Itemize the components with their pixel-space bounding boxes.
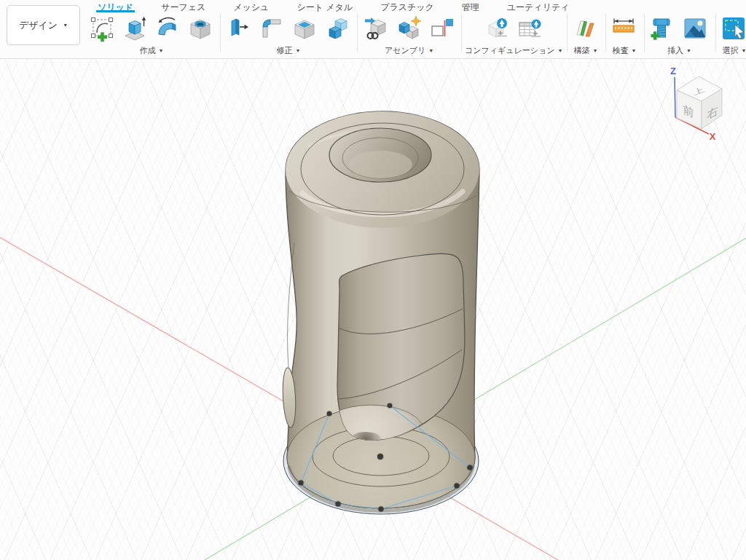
group-create: 作成 ▼: [83, 12, 220, 58]
combine-icon: [323, 15, 353, 44]
new-component-icon: [395, 15, 424, 44]
group-label-select[interactable]: 選択 ▼: [723, 45, 746, 56]
chevron-down-icon: ▼: [558, 48, 563, 53]
viewcube-z-label: Z: [670, 66, 676, 76]
chevron-down-icon: ▼: [686, 48, 691, 53]
hole-button[interactable]: [185, 13, 216, 44]
joint-link-icon: [362, 15, 391, 44]
create-sketch-button[interactable]: [87, 13, 118, 44]
insert-canvas-button[interactable]: [680, 13, 712, 44]
combine-button[interactable]: [322, 13, 353, 44]
ribbon-tabs: ソリッド サーフェス メッシュ シート メタル プラスチック 管理 ユーティリテ…: [86, 0, 596, 12]
group-label-create[interactable]: 作成 ▼: [140, 45, 164, 56]
group-label-assembly[interactable]: アセンブリ ▼: [385, 45, 433, 56]
measure-button[interactable]: [609, 13, 640, 44]
group-label-construct[interactable]: 構築 ▼: [574, 45, 598, 56]
scene-svg: 上 前 右 Z X: [0, 59, 746, 560]
group-configuration: コンフィギュレーション ▼: [461, 12, 567, 58]
tab-plastic[interactable]: プラスチック: [379, 0, 436, 12]
bore-floor: [348, 151, 412, 178]
revolve-icon: [154, 15, 183, 44]
press-pull-button[interactable]: [224, 13, 255, 44]
chevron-down-icon: ▼: [742, 48, 746, 53]
configure-design-button[interactable]: [482, 13, 513, 44]
model-body[interactable]: [281, 111, 479, 510]
configure-design-icon: [483, 15, 512, 44]
fillet-button[interactable]: [256, 13, 288, 44]
group-modify: 修正 ▼: [220, 12, 357, 58]
group-construct: 構築 ▼: [567, 12, 605, 58]
group-select: 選択 ▼: [715, 12, 746, 58]
chevron-down-icon: ▼: [632, 48, 637, 53]
press-pull-icon: [225, 15, 254, 44]
create-sketch-icon: [88, 15, 117, 44]
chevron-down-icon: ▼: [63, 23, 68, 28]
insert-canvas-icon: [681, 15, 710, 44]
group-label-configuration[interactable]: コンフィギュレーション ▼: [465, 45, 563, 56]
select-button[interactable]: [719, 13, 746, 44]
toolbar: デザイン ▼ ソリッド サーフェス メッシュ シート メタル プラスチック 管理…: [0, 0, 746, 59]
design-menu-button[interactable]: デザイン ▼: [7, 5, 80, 45]
new-component-button[interactable]: [393, 13, 425, 44]
construction-plane-button[interactable]: [570, 13, 602, 44]
hole-icon: [186, 15, 216, 44]
insert-fastener-button[interactable]: [648, 13, 679, 44]
shell-button[interactable]: [289, 13, 321, 44]
fillet-icon: [258, 15, 287, 44]
tab-manage[interactable]: 管理: [460, 0, 481, 12]
ribbon-groups: 作成 ▼: [83, 12, 746, 58]
viewcube-z-axis-line: [675, 77, 675, 117]
chevron-down-icon: ▼: [593, 48, 598, 53]
measure-icon: [610, 15, 639, 44]
extrude-icon: [121, 15, 150, 44]
rigid-group-flag-button[interactable]: [426, 13, 458, 44]
group-label-inspect[interactable]: 検査 ▼: [613, 45, 637, 56]
model-viewport[interactable]: 上 前 右 Z X: [0, 59, 746, 560]
tab-sheet-metal[interactable]: シート メタル: [295, 0, 354, 12]
group-insert: 挿入 ▼: [644, 12, 715, 58]
tab-mesh[interactable]: メッシュ: [232, 0, 270, 12]
shell-icon: [291, 15, 320, 44]
view-cube[interactable]: 上 前 右 Z X: [670, 66, 722, 142]
tab-utilities[interactable]: ユーティリティ: [506, 0, 571, 12]
viewcube-x-label: X: [710, 131, 716, 142]
chevron-down-icon: ▼: [428, 48, 433, 53]
insert-fastener-icon: [648, 15, 678, 44]
configuration-table-button[interactable]: [514, 13, 546, 44]
rigid-group-flag-icon: [428, 15, 457, 44]
chevron-down-icon: ▼: [159, 48, 164, 53]
tab-solid[interactable]: ソリッド: [96, 0, 135, 12]
group-inspect: 検査 ▼: [605, 12, 644, 58]
extrude-button[interactable]: [119, 13, 151, 44]
group-label-modify[interactable]: 修正 ▼: [277, 45, 301, 56]
configuration-table-icon: [516, 15, 545, 44]
tab-surface[interactable]: サーフェス: [160, 0, 207, 12]
chevron-down-icon: ▼: [296, 48, 301, 53]
select-icon: [720, 15, 746, 44]
joint-link-button[interactable]: [361, 13, 392, 44]
group-assembly: アセンブリ ▼: [357, 12, 461, 58]
design-menu-label: デザイン: [19, 19, 58, 32]
construction-plane-icon: [571, 15, 600, 44]
revolve-button[interactable]: [152, 13, 184, 44]
group-label-insert[interactable]: 挿入 ▼: [667, 45, 691, 56]
